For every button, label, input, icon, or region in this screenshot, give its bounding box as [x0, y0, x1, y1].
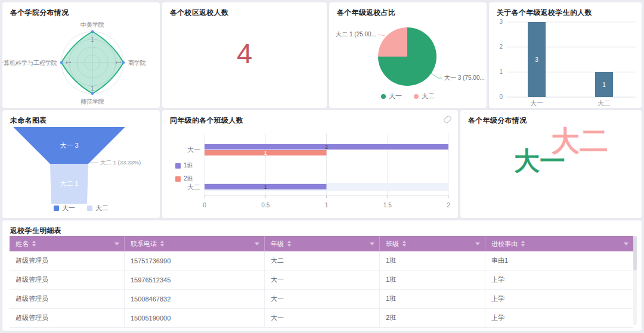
column-label: 姓名: [16, 239, 29, 248]
table-scrollbar[interactable]: [633, 236, 637, 325]
filter-funnel-icon[interactable]: [624, 242, 628, 245]
sort-icon[interactable]: [521, 241, 525, 247]
radar-title: 各个学院分布情况: [10, 8, 69, 18]
table-cell: 上学: [485, 270, 633, 289]
sort-icon[interactable]: [32, 241, 36, 247]
x-axis-tick: 1: [325, 202, 329, 208]
filter-funnel-icon[interactable]: [370, 242, 374, 245]
vbar-title: 关于各个年级返校学生的人数: [497, 8, 592, 18]
legend-label: 2班: [184, 175, 193, 183]
column-label: 班级: [386, 239, 399, 248]
x-axis-category: 大一: [530, 99, 543, 107]
dashboard: 各个学院分布情况 1111中美学院商学院师范学院计算机科学与工程学院 各个校区返…: [0, 0, 644, 333]
sort-icon[interactable]: [402, 241, 406, 247]
hbar-legend-item-2班[interactable]: 2班: [175, 175, 193, 183]
x-axis-tick: 0: [203, 202, 206, 208]
hbar-title: 同年级的各个班级人数: [170, 116, 243, 126]
pie-legend-item-大一[interactable]: 大一: [381, 92, 402, 101]
panel-table-students: 返校学生明细表 姓名联系电话年级班级进校事由超级管理员15751736990大二…: [2, 220, 642, 331]
table-cell: 15008467832: [124, 290, 264, 308]
panel-wordcloud-grades: 各个年级分布情况 大一大二: [460, 110, 642, 218]
radar-tick-top: 1: [91, 36, 94, 43]
wordcloud-word-大二[interactable]: 大二: [551, 127, 608, 155]
table-scrollbar-thumb[interactable]: [633, 236, 637, 270]
legend-swatch: [175, 163, 181, 169]
x-axis-tick: 1.5: [383, 202, 392, 208]
legend-label: 大二: [95, 204, 109, 213]
filter-funnel-icon[interactable]: [475, 242, 480, 245]
radar-data-point[interactable]: [60, 61, 63, 64]
y-axis-category: 大二: [187, 183, 200, 191]
filter-funnel-icon[interactable]: [255, 242, 259, 245]
legend-label: 1班: [184, 161, 193, 170]
legend-label: 大一: [389, 92, 402, 101]
radar-data-point[interactable]: [122, 61, 125, 64]
table-cell: 超级管理员: [10, 309, 124, 327]
table-cell: 15751736990: [124, 251, 264, 270]
table-row[interactable]: 超级管理员15751736990大二1班事由1: [10, 251, 633, 270]
x-axis-tick: 2: [447, 202, 450, 208]
panel-funnel-unnamed: 未命名图表 大一 3大二 1大二 1 (33.33%) 大一大二: [2, 110, 160, 218]
pie-title: 各个年级返校占比: [337, 8, 395, 18]
table-cell: 大一: [264, 290, 379, 308]
table-row[interactable]: 超级管理员15008467832大一1班上学: [10, 290, 633, 309]
table-header-联系电话[interactable]: 联系电话: [124, 236, 264, 251]
hbar-legend-item-1班[interactable]: 1班: [175, 161, 193, 170]
table-header-进校事由[interactable]: 进校事由: [485, 236, 633, 251]
hbar-data-label: 1: [264, 184, 267, 190]
panel-hbar-class-count: 同年级的各个班级人数 00.511.5221大一1大二 1班2班: [162, 110, 458, 218]
table-cell: 大一: [264, 270, 379, 289]
funnel-callout-label: 大二 1 (33.33%): [100, 159, 141, 166]
funnel-chart[interactable]: 大一 3大二 1大二 1 (33.33%): [2, 110, 160, 218]
table-cell: 超级管理员: [10, 270, 124, 289]
table-header-年级[interactable]: 年级: [264, 236, 379, 251]
cloud-title: 各个年级分布情况: [468, 116, 527, 126]
table-row[interactable]: 超级管理员15976512345大一1班上学: [10, 270, 633, 290]
legend-dot: [381, 94, 386, 99]
filter-funnel-icon[interactable]: [114, 242, 119, 245]
table-cell: 15976512345: [124, 270, 264, 289]
table-cell: 大二: [264, 251, 379, 270]
y-axis-tick: 1: [499, 69, 503, 75]
radar-chart[interactable]: 1111中美学院商学院师范学院计算机科学与工程学院: [2, 2, 160, 108]
funnel-legend-item-大二[interactable]: 大二: [87, 204, 109, 213]
pie-legend-item-大二[interactable]: 大二: [414, 92, 435, 101]
table-cell: 上学: [485, 290, 633, 308]
funnel-stage-label: 大二 1: [60, 180, 78, 187]
table-cell: 上学: [485, 309, 633, 327]
panel-bar-grade-students: 关于各个年级返校学生的人数 32103大一1大二: [489, 2, 642, 108]
column-label: 进校事由: [491, 239, 518, 248]
funnel-legend-item-大一[interactable]: 大一: [54, 204, 75, 213]
radar-data-point[interactable]: [91, 92, 94, 95]
sort-icon[interactable]: [287, 241, 291, 247]
students-table: 姓名联系电话年级班级进校事由超级管理员15751736990大二1班事由1超级管…: [10, 236, 633, 328]
table-header-班级[interactable]: 班级: [379, 236, 485, 251]
legend-swatch: [175, 176, 181, 182]
table-row[interactable]: 超级管理员15005190000大一2班上学: [10, 309, 633, 328]
table-cell: 2班: [379, 309, 485, 327]
pie-slice-大二[interactable]: [378, 27, 407, 57]
radar-axis-label: 商学院: [128, 60, 146, 66]
radar-tick-right: 1: [115, 61, 122, 64]
sort-icon[interactable]: [160, 241, 164, 247]
radar-data-point[interactable]: [91, 30, 94, 33]
kpi-value: 4: [162, 39, 327, 67]
table-cell: 15005190000: [124, 309, 264, 327]
table-cell: 1班: [379, 290, 485, 308]
legend-swatch: [87, 206, 92, 211]
table-header-姓名[interactable]: 姓名: [10, 236, 124, 251]
hbar-legend: 1班2班: [175, 161, 193, 183]
hbar-data-label: 2: [325, 144, 328, 150]
column-label: 年级: [271, 239, 284, 248]
column-label: 联系电话: [131, 239, 157, 248]
bar-chart[interactable]: 32103大一1大二: [489, 2, 642, 108]
radar-axis-label: 中美学院: [80, 21, 104, 28]
table-cell: 事由1: [485, 251, 633, 270]
y-axis-tick: 2: [499, 43, 503, 50]
hbar-data-label: 1: [264, 150, 267, 156]
table-cell: 超级管理员: [10, 290, 124, 308]
y-axis-tick: 3: [499, 18, 503, 25]
panel-kpi-campus-count: 各个校区返校人数 4: [162, 2, 327, 108]
horizontal-bar-chart[interactable]: 00.511.5221大一1大二: [162, 110, 458, 218]
radar-tick-left: 1: [65, 61, 72, 64]
